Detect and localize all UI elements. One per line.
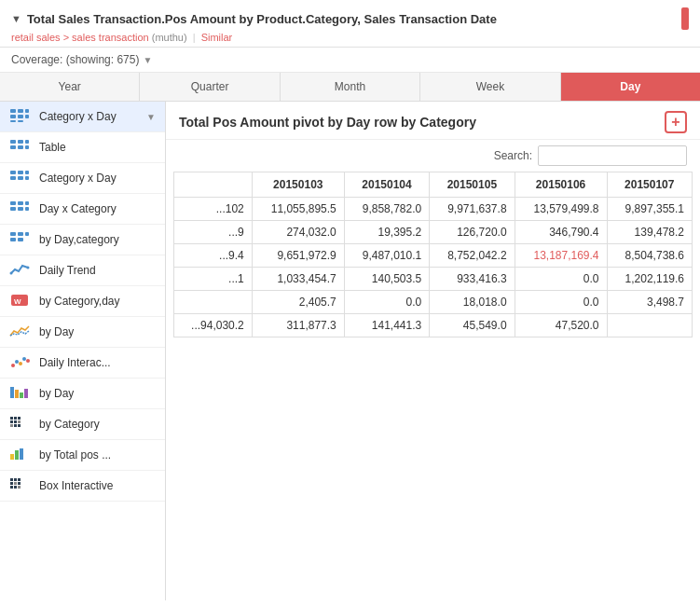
sidebar-item-by-category[interactable]: by Category bbox=[0, 409, 165, 440]
dropdown-arrow[interactable]: ▼ bbox=[146, 112, 156, 122]
tab-day[interactable]: Day bbox=[561, 73, 700, 101]
table-cell: ...9 bbox=[174, 221, 253, 244]
col-header-1: 20150103 bbox=[252, 172, 344, 198]
svg-point-31 bbox=[10, 272, 13, 275]
table-cell: ...94,030.2 bbox=[174, 314, 253, 337]
sidebar-label: Daily Trend bbox=[39, 264, 156, 277]
sidebar-item-category-x-day-2[interactable]: Category x Day bbox=[0, 163, 165, 194]
coverage-caret[interactable]: ▼ bbox=[143, 55, 152, 65]
svg-rect-21 bbox=[18, 201, 23, 205]
svg-rect-48 bbox=[14, 420, 17, 423]
svg-rect-24 bbox=[18, 207, 23, 211]
tab-quarter[interactable]: Quarter bbox=[140, 73, 280, 101]
sidebar-item-daily-trend[interactable]: Daily Trend bbox=[0, 255, 165, 286]
sidebar-item-by-day-category[interactable]: by Day,category bbox=[0, 225, 165, 255]
table-cell: 9,897,355.1 bbox=[607, 198, 692, 221]
svg-rect-0 bbox=[10, 109, 16, 113]
svg-rect-11 bbox=[10, 145, 16, 149]
sidebar-item-box-interactive[interactable]: Box Interactive bbox=[0, 471, 165, 502]
table-cell: 45,549.0 bbox=[430, 314, 515, 337]
add-button[interactable]: + bbox=[665, 111, 687, 133]
search-label: Search: bbox=[494, 149, 532, 162]
svg-rect-22 bbox=[25, 201, 29, 205]
svg-rect-50 bbox=[10, 424, 13, 427]
sidebar-item-by-category-day[interactable]: W by Category,day bbox=[0, 286, 165, 317]
svg-rect-10 bbox=[25, 140, 29, 144]
search-row: Search: bbox=[166, 140, 700, 172]
sidebar-label: by Day bbox=[39, 325, 156, 338]
svg-rect-58 bbox=[18, 478, 21, 481]
data-table: 20150103 20150104 20150105 20150106 2015… bbox=[173, 172, 693, 337]
svg-rect-55 bbox=[20, 448, 23, 460]
sidebar-item-daily-interac[interactable]: Daily Interac... bbox=[0, 348, 165, 379]
table-cell: 18,018.0 bbox=[430, 291, 515, 314]
svg-rect-19 bbox=[25, 176, 29, 180]
content-panel: Total Pos Amount pivot by Day row by Cat… bbox=[166, 102, 700, 600]
svg-point-32 bbox=[27, 267, 30, 269]
svg-rect-53 bbox=[10, 454, 14, 460]
table-cell: 0.0 bbox=[344, 291, 429, 314]
svg-rect-41 bbox=[15, 390, 19, 398]
sidebar-item-by-total-pos[interactable]: by Total pos ... bbox=[0, 440, 165, 471]
svg-rect-5 bbox=[25, 115, 29, 118]
sidebar-label: by Total pos ... bbox=[39, 448, 156, 461]
search-input[interactable] bbox=[538, 145, 687, 166]
svg-rect-6 bbox=[10, 120, 16, 122]
table-cell: 1,033,454.7 bbox=[252, 268, 344, 291]
sidebar-item-by-day-2[interactable]: by Day bbox=[0, 379, 165, 409]
line-icon bbox=[9, 324, 32, 340]
grid-icon3 bbox=[9, 200, 32, 217]
collapse-chevron[interactable]: ▼ bbox=[11, 13, 21, 24]
similar-link[interactable]: Similar bbox=[201, 32, 233, 43]
svg-rect-44 bbox=[10, 417, 13, 420]
table-cell: 140,503.5 bbox=[344, 268, 429, 291]
svg-rect-16 bbox=[25, 171, 29, 174]
tab-month[interactable]: Month bbox=[281, 73, 420, 101]
main-content: Category x Day ▼ Table bbox=[0, 102, 700, 600]
tabs-row: Year Quarter Month Week Day bbox=[0, 73, 700, 102]
content-header: Total Pos Amount pivot by Day row by Cat… bbox=[166, 102, 700, 140]
pixel-icon bbox=[9, 416, 32, 433]
svg-rect-63 bbox=[14, 486, 17, 489]
svg-point-35 bbox=[11, 364, 15, 367]
sidebar-item-day-x-category[interactable]: Day x Category bbox=[0, 194, 165, 225]
col-header-2: 20150104 bbox=[344, 172, 429, 198]
breadcrumb: retail sales > sales transaction (muthu)… bbox=[11, 32, 689, 43]
grid-icon bbox=[9, 108, 32, 125]
table-cell: 9,651,972.9 bbox=[252, 244, 344, 268]
svg-rect-46 bbox=[18, 417, 21, 420]
col-header-4: 20150106 bbox=[515, 172, 607, 198]
coverage-row: Coverage: (showing: 675) ▼ bbox=[0, 48, 700, 73]
breadcrumb-link[interactable]: retail sales > sales transaction bbox=[11, 32, 149, 43]
sidebar-label: by Category bbox=[39, 418, 156, 431]
svg-rect-47 bbox=[10, 420, 13, 423]
svg-rect-30 bbox=[18, 238, 23, 241]
svg-rect-17 bbox=[10, 176, 16, 180]
tab-week[interactable]: Week bbox=[420, 73, 560, 101]
sidebar-item-category-x-day-1[interactable]: Category x Day ▼ bbox=[0, 102, 165, 132]
svg-rect-20 bbox=[10, 201, 16, 205]
table-cell: ...1 bbox=[174, 268, 253, 291]
svg-rect-40 bbox=[10, 387, 14, 398]
sidebar-item-table[interactable]: Table bbox=[0, 132, 165, 163]
svg-text:W: W bbox=[14, 297, 21, 306]
table-cell bbox=[607, 314, 692, 337]
pixel2-icon bbox=[9, 477, 32, 494]
svg-rect-26 bbox=[10, 232, 16, 236]
table-cell: 1,202,119.6 bbox=[607, 268, 692, 291]
table-cell: ...9.4 bbox=[174, 244, 253, 268]
table-cell: 346,790.4 bbox=[515, 221, 607, 244]
table-cell: 13,187,169.4 bbox=[515, 244, 607, 268]
tab-year[interactable]: Year bbox=[0, 73, 140, 101]
svg-rect-8 bbox=[10, 140, 16, 144]
sidebar-label: Category x Day bbox=[39, 172, 156, 185]
svg-point-39 bbox=[26, 359, 30, 363]
svg-rect-42 bbox=[20, 393, 23, 398]
table-cell: 13,579,499.8 bbox=[515, 198, 607, 221]
svg-rect-56 bbox=[10, 478, 13, 481]
table-row: ...10211,055,895.59,858,782.09,971,637.8… bbox=[174, 198, 693, 221]
table-cell: 9,858,782.0 bbox=[344, 198, 429, 221]
sidebar-label: Box Interactive bbox=[39, 479, 156, 492]
sidebar-item-by-day-1[interactable]: by Day bbox=[0, 317, 165, 348]
page-title: Total Sales Transaction.Pos Amount by Pr… bbox=[27, 12, 497, 26]
